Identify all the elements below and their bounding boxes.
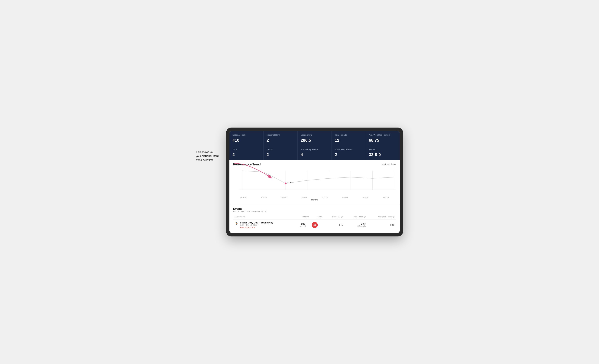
col-total-points: Total Points ⓘ xyxy=(344,214,367,220)
x-label-mar24: MAR 24 xyxy=(335,196,355,198)
stats-row-2: Wins 2 Top 3s 2 Stroke Play Events 4 Mat… xyxy=(229,145,400,160)
stat-total-rounds: Total Rounds 12 xyxy=(332,131,366,145)
stat-label-total-rounds: Total Rounds xyxy=(335,133,363,136)
event-name: Buster Cozy Cup – Stroke Play xyxy=(240,221,273,224)
events-title: Events xyxy=(233,207,396,210)
col-weighted-points: Weighted Points ⓘ xyxy=(367,214,396,220)
performance-header: Performance Trend National Rank xyxy=(233,163,396,166)
events-last-updated: Last updated: 24th November 2023 xyxy=(233,210,396,213)
stat-label-record: Record xyxy=(369,148,397,151)
stat-value-total-rounds: 12 xyxy=(335,138,363,143)
stats-row-1: National Rank #10 Regional Rank 2 Scorin… xyxy=(229,131,400,145)
event-score: -22 xyxy=(310,219,324,231)
x-label-nov23: NOV 23 xyxy=(254,196,274,198)
col-event-sg: Event SG ⓘ xyxy=(324,214,344,220)
event-date: Oct 9 - Oct 10, 2023 xyxy=(240,224,273,226)
x-label-jan24: JAN 24 xyxy=(294,196,315,198)
event-name-wrapper: 🏌 Buster Cozy Cup – Stroke Play Oct 9 - … xyxy=(235,221,294,229)
page-wrapper: This shows you your National Rank trend … xyxy=(196,128,403,236)
stat-top3s: Top 3s 2 xyxy=(264,145,297,160)
stat-scoring-avg: Scoring Avg. 286.5 xyxy=(298,131,332,145)
chart-container: #10 xyxy=(233,169,396,195)
rank-impact-arrow: ▼ xyxy=(253,226,255,229)
stat-value-avg-weighted-points: 68.75 xyxy=(369,138,397,143)
svg-text:#10: #10 xyxy=(287,181,291,183)
position-sub: out of 7 xyxy=(297,225,309,227)
stat-stroke-play-events: Stroke Play Events 4 xyxy=(298,145,332,160)
svg-point-10 xyxy=(285,183,287,185)
tablet-frame: National Rank #10 Regional Rank 2 Scorin… xyxy=(226,128,403,236)
stat-value-national-rank: #10 xyxy=(232,138,260,143)
events-table: Event Name Position Score Event SG ⓘ Tot… xyxy=(233,214,396,231)
stat-label-top3s: Top 3s xyxy=(266,148,294,151)
col-position: Position xyxy=(296,214,310,220)
performance-title: Performance Trend xyxy=(233,163,261,166)
tablet-screen: National Rank #10 Regional Rank 2 Scorin… xyxy=(229,131,400,233)
stat-label-scoring-avg: Scoring Avg. xyxy=(301,133,328,136)
x-label-may24: MAY 24 xyxy=(376,196,396,198)
performance-chart: #10 xyxy=(233,169,396,195)
col-event-name: Event Name xyxy=(233,214,296,220)
stat-value-scoring-avg: 286.5 xyxy=(301,138,328,143)
event-position: 6th out of 7 xyxy=(296,219,310,231)
stat-label-national-rank: National Rank xyxy=(232,133,260,136)
stat-value-stroke-play-events: 4 xyxy=(301,152,328,157)
content-area: National Rank #10 Regional Rank 2 Scorin… xyxy=(229,131,400,233)
stat-label-stroke-play-events: Stroke Play Events xyxy=(301,148,328,151)
golf-icon: 🏌 xyxy=(235,222,238,225)
score-badge: -22 xyxy=(312,222,318,228)
event-details: Buster Cozy Cup – Stroke Play Oct 9 - Oc… xyxy=(240,221,273,229)
total-points-main: 28.3 xyxy=(346,222,365,225)
events-section: Events Last updated: 24th November 2023 … xyxy=(229,204,400,233)
rank-impact: Rank Impact: 3 ▼ xyxy=(240,226,273,229)
total-points-sub: 3 Rounds xyxy=(346,225,365,227)
event-total-points: 28.3 3 Rounds xyxy=(344,219,367,231)
x-label-feb24: FEB 24 xyxy=(315,196,335,198)
stat-value-top3s: 2 xyxy=(266,152,294,157)
col-score: Score xyxy=(310,214,324,220)
event-name-cell: 🏌 Buster Cozy Cup – Stroke Play Oct 9 - … xyxy=(233,219,296,231)
stat-label-match-play-events: Match Play Events xyxy=(335,148,363,151)
x-label-apr24: APR 24 xyxy=(355,196,376,198)
annotation-text: This shows you your National Rank trend … xyxy=(196,151,219,161)
stat-wins: Wins 2 xyxy=(229,145,263,160)
position-main: 6th xyxy=(297,222,309,225)
stat-value-wins: 2 xyxy=(232,152,260,157)
stat-label-wins: Wins xyxy=(232,148,260,151)
stat-value-match-play-events: 2 xyxy=(335,152,363,157)
chart-x-labels: OCT 23 NOV 23 DEC 23 JAN 24 FEB 24 MAR 2… xyxy=(233,195,396,199)
stat-label-avg-weighted-points: Avg. Weighted Points ⓘ xyxy=(369,133,397,136)
performance-rank-label: National Rank xyxy=(382,163,396,166)
rank-impact-text: Rank Impact: 3 xyxy=(240,226,253,229)
stat-label-regional-rank: Regional Rank xyxy=(266,133,294,136)
stat-record: Record 32-8-0 xyxy=(366,145,400,160)
annotation: This shows you your National Rank trend … xyxy=(196,150,234,162)
x-label-oct23: OCT 23 xyxy=(233,196,254,198)
stat-match-play-events: Match Play Events 2 xyxy=(332,145,366,160)
stat-regional-rank: Regional Rank 2 xyxy=(264,131,297,145)
stat-avg-weighted-points: Avg. Weighted Points ⓘ 68.75 xyxy=(366,131,400,145)
stat-value-regional-rank: 2 xyxy=(266,138,294,143)
stat-national-rank: National Rank #10 xyxy=(229,131,263,145)
event-weighted-points: 28.3 xyxy=(367,219,396,231)
table-row: 🏌 Buster Cozy Cup – Stroke Play Oct 9 - … xyxy=(233,219,396,231)
event-sg: 0.45 xyxy=(324,219,344,231)
stat-value-record: 32-8-0 xyxy=(369,152,397,157)
chart-x-axis-title: Months xyxy=(233,199,396,201)
events-table-header: Event Name Position Score Event SG ⓘ Tot… xyxy=(233,214,396,220)
x-label-dec23: DEC 23 xyxy=(274,196,294,198)
performance-section: Performance Trend National Rank xyxy=(229,160,400,204)
